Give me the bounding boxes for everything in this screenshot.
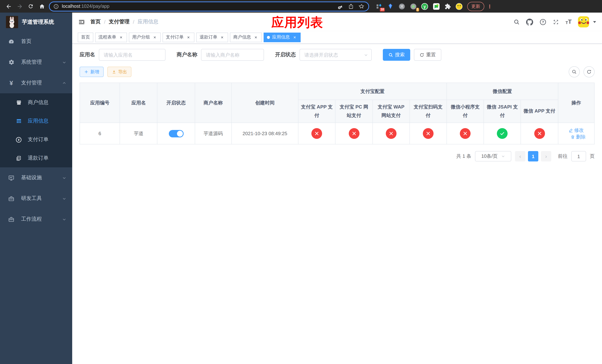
show-search-toggle-button[interactable] [569, 66, 580, 77]
font-size-icon[interactable]: TT [566, 19, 572, 25]
user-avatar[interactable] [578, 16, 589, 27]
page-size-select[interactable]: 10条/页 [475, 151, 511, 161]
extension-area: 10 ⌘ 1 y [375, 3, 463, 10]
next-page-button[interactable]: › [541, 151, 551, 161]
page-1-button[interactable]: 1 [528, 151, 538, 161]
extension-chat-icon[interactable] [432, 3, 440, 10]
edit-link[interactable]: 修改 [569, 127, 584, 133]
goto-label: 前往 [558, 153, 568, 160]
sidebar-item-dev-tools[interactable]: 研发工具 [0, 188, 72, 209]
sidebar-item-pay-order[interactable]: ¥ 支付订单 [0, 130, 72, 149]
col-status: 开启状态 [157, 83, 195, 123]
extension-grid-icon[interactable]: 10 [375, 3, 382, 10]
close-icon[interactable]: × [220, 35, 225, 40]
group-alipay-config: 支付宝配置 [298, 83, 447, 100]
sidebar-item-system[interactable]: 系统管理 [0, 52, 72, 73]
browser-menu-icon[interactable]: ⋮ [487, 3, 492, 9]
browser-update-button[interactable]: 更新 [467, 2, 484, 11]
tag-pay-order[interactable]: 支付订单× [162, 32, 194, 42]
tag-home[interactable]: 首页 [78, 32, 93, 42]
extension-gem-icon[interactable] [387, 3, 394, 10]
refresh-table-button[interactable] [583, 66, 595, 77]
home-icon [39, 3, 45, 10]
dashboard-icon [8, 38, 14, 45]
sidebar-item-app-info[interactable]: 应用信息 [0, 112, 72, 130]
reset-button[interactable]: 重置 [414, 49, 441, 61]
tag-refund-order[interactable]: 退款订单× [196, 32, 228, 42]
browser-forward-button[interactable] [15, 1, 24, 11]
browser-toolbar: localhost:1024/pay/app 10 [0, 0, 602, 13]
share-icon[interactable] [348, 3, 354, 9]
close-icon[interactable]: × [152, 35, 157, 40]
bookmark-star-icon[interactable] [358, 3, 365, 10]
app-logo[interactable]: 芋道管理系统 [0, 13, 72, 31]
tag-user-group[interactable]: 用户分组× [129, 32, 161, 42]
page-info-icon[interactable] [53, 3, 59, 9]
navbar: 首页 / 支付管理 / 应用信息 应用列表 ? [72, 13, 602, 31]
help-icon[interactable]: ? [540, 18, 547, 25]
page-unit-label: 页 [590, 153, 595, 160]
github-icon[interactable] [526, 18, 533, 25]
refresh-icon [419, 52, 424, 57]
plus-icon [84, 70, 88, 74]
search-icon [388, 52, 393, 57]
group-wechat-config: 微信配置 [447, 83, 558, 100]
status-select[interactable] [300, 49, 372, 61]
extensions-puzzle-icon[interactable] [444, 3, 451, 10]
cell-app-id: 6 [80, 123, 120, 144]
close-icon[interactable]: × [118, 35, 124, 40]
status-toggle[interactable] [169, 130, 183, 137]
cell-actions: 修改 删除 [558, 123, 594, 144]
back-arrow-icon [5, 3, 12, 10]
reload-icon [28, 3, 34, 9]
fullscreen-icon[interactable] [553, 19, 559, 25]
merchant-name-input[interactable] [201, 49, 264, 61]
profile-avatar-icon[interactable] [455, 3, 463, 10]
sidebar-item-payment[interactable]: ¥ 支付管理 [0, 73, 72, 93]
extension-command-icon[interactable]: ⌘ [398, 3, 405, 10]
export-button[interactable]: 导出 [107, 67, 131, 77]
avatar-caret-icon[interactable] [593, 21, 596, 23]
sidebar-item-home[interactable]: 首页 [0, 31, 72, 52]
extension-record-icon[interactable]: 1 [409, 3, 417, 10]
col-alipay-app: 支付宝 APP 支付 [298, 100, 335, 123]
app-name-input[interactable] [99, 49, 165, 61]
sidebar-item-refund-order[interactable]: 退款订单 [0, 149, 72, 167]
tag-merchant-info[interactable]: 商户信息× [230, 32, 262, 42]
status-disabled-icon [386, 128, 396, 139]
goto-page-input[interactable] [571, 151, 586, 161]
tag-app-info-active[interactable]: 应用信息× [264, 32, 301, 42]
annotation-title: 应用列表 [271, 14, 323, 31]
url-text[interactable]: localhost:1024/pay/app [62, 4, 337, 9]
tag-process-form[interactable]: 流程表单× [95, 32, 127, 42]
breadcrumb-payment[interactable]: 支付管理 [109, 19, 129, 25]
breadcrumb-home[interactable]: 首页 [90, 19, 101, 25]
browser-home-button[interactable] [37, 1, 47, 11]
sidebar-item-infrastructure[interactable]: 基础设施 [0, 167, 72, 188]
chevron-down-icon [62, 60, 66, 64]
cell-app-name: 芋道 [120, 123, 157, 144]
browser-back-button[interactable] [4, 1, 13, 11]
extension-y-icon[interactable]: y [421, 3, 428, 10]
yen-icon: ¥ [8, 80, 14, 86]
app-title: 芋道管理系统 [22, 18, 54, 25]
search-button[interactable]: 搜索 [383, 49, 410, 61]
sidebar-collapse-button[interactable] [78, 18, 85, 25]
add-button[interactable]: 新增 [80, 67, 104, 77]
url-bar[interactable]: localhost:1024/pay/app [49, 1, 369, 11]
header-search-icon[interactable] [514, 19, 520, 25]
sidebar-item-workflow[interactable]: 工作流程 [0, 209, 72, 230]
trash-icon [570, 135, 575, 139]
sidebar-item-merchant-info[interactable]: 商户信息 [0, 93, 72, 112]
password-key-icon[interactable] [337, 3, 344, 10]
col-app-id: 应用编号 [80, 83, 120, 123]
cell-wechat-jsapi-status [484, 123, 521, 144]
delete-link[interactable]: 删除 [570, 133, 586, 140]
close-icon[interactable]: × [253, 35, 258, 40]
col-wechat-mini: 微信小程序支付 [447, 100, 484, 123]
close-icon[interactable]: × [186, 35, 191, 40]
chevron-up-icon [62, 81, 66, 85]
browser-reload-button[interactable] [26, 1, 35, 11]
close-icon[interactable]: × [292, 35, 297, 40]
prev-page-button[interactable]: ‹ [515, 151, 525, 161]
